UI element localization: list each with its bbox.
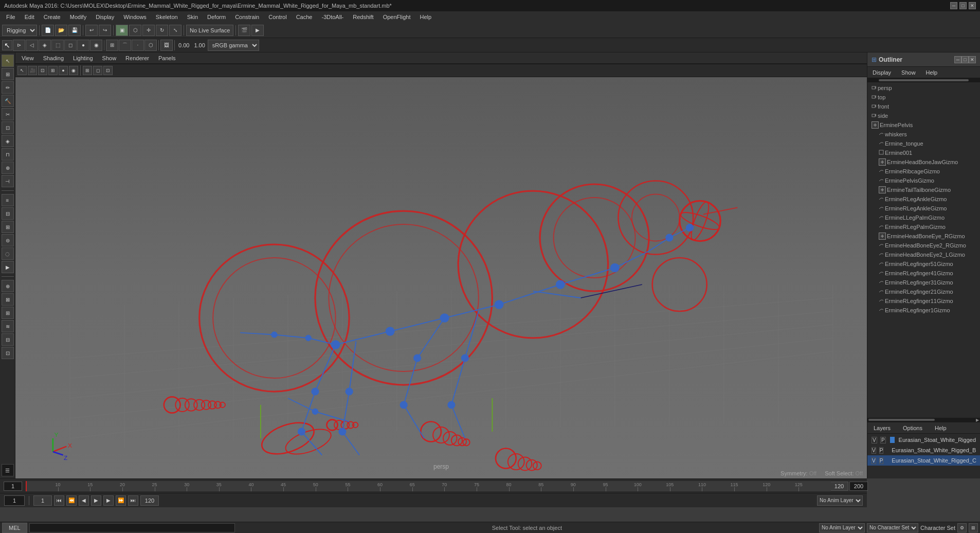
viewport-menu-show[interactable]: Show: [98, 54, 121, 62]
outliner-scroll-indicator[interactable]: [879, 79, 969, 81]
expand-icon-tail[interactable]: [879, 186, 886, 193]
vp-bookmark-btn[interactable]: ⊡: [38, 66, 47, 75]
layers-tab[interactable]: Layers: [872, 424, 893, 432]
menu-control[interactable]: Control: [264, 13, 291, 21]
move-btn[interactable]: ✛: [142, 25, 155, 36]
smooth-btn[interactable]: ●: [77, 40, 89, 51]
script-input[interactable]: [29, 523, 235, 532]
layer-v-2[interactable]: V: [872, 447, 876, 454]
sculpt-tool-side[interactable]: 🔨: [2, 95, 14, 107]
menu-redshift[interactable]: Redshift: [349, 13, 377, 21]
layer-editor-side[interactable]: ⊞: [2, 221, 14, 233]
extrude-tool-side[interactable]: ⊡: [2, 121, 14, 134]
tree-item-eye2-r[interactable]: ErmineHeadBoneEye2_RGizmo: [867, 241, 980, 250]
tree-item-jawgizmo[interactable]: ErmineHeadBoneJawGizmo: [867, 157, 980, 167]
tree-item-rfinger31[interactable]: ErmineRLegfinger31Gizmo: [867, 278, 980, 287]
viewport-menu-panels[interactable]: Panels: [154, 54, 180, 62]
tree-item-eye-r[interactable]: ErmineHeadBoneEye_RGizmo: [867, 232, 980, 241]
tool3-side[interactable]: ⊞: [2, 307, 14, 319]
combine-tool-side[interactable]: ⊕: [2, 162, 14, 174]
next-key-btn[interactable]: ⏩: [116, 495, 126, 506]
gamma-dropdown[interactable]: sRGB gamma: [208, 40, 259, 51]
statusbar-btn1[interactable]: ⚙: [957, 523, 967, 532]
tree-item-ermineipelvis[interactable]: ErminePelvis: [867, 120, 980, 130]
tree-item-eye2-l[interactable]: ErmineHeadBoneEye2_LGizmo: [867, 250, 980, 259]
vp-xray-btn[interactable]: ◉: [69, 66, 78, 75]
outliner-scrollbar-h[interactable]: ▶: [867, 418, 980, 422]
tree-item-persp[interactable]: persp: [867, 83, 980, 93]
close-button[interactable]: ✕: [969, 2, 976, 9]
render-setup-side[interactable]: ▶: [2, 261, 14, 273]
menu-openflight[interactable]: OpenFlight: [379, 13, 415, 21]
tree-item-front[interactable]: front: [867, 102, 980, 111]
step-back-btn[interactable]: ◀: [79, 495, 89, 506]
render-btn[interactable]: 🎬: [238, 25, 250, 36]
walk-tool-btn[interactable]: ⊳: [13, 40, 25, 51]
lasso-tool-side[interactable]: ⊞: [2, 68, 14, 80]
timeline[interactable]: 5 10 15 20 25 30 35 40 45 50 55 60 65: [0, 478, 867, 493]
tool6-side[interactable]: ⊡: [2, 347, 14, 359]
tree-item-pelvisgizmo[interactable]: ErminePelvisGizmo: [867, 176, 980, 185]
viewport-menu-lighting[interactable]: Lighting: [69, 54, 97, 62]
tree-item-tongue[interactable]: Ermine_tongue: [867, 139, 980, 148]
menu-deform[interactable]: Deform: [203, 13, 230, 21]
menu-file[interactable]: File: [2, 13, 20, 21]
scale-btn[interactable]: ⤡: [169, 25, 182, 36]
layers-help-tab[interactable]: Help: [933, 424, 949, 432]
tree-item-top[interactable]: top: [867, 93, 980, 102]
menu-edit[interactable]: Edit: [21, 13, 39, 21]
snap-surface-btn[interactable]: ⬡: [144, 40, 157, 51]
cam-tool-btn[interactable]: ◈: [39, 40, 51, 51]
outliner-close-btn[interactable]: ✕: [969, 56, 976, 63]
no-live-surface-btn[interactable]: No Live Surface: [186, 25, 233, 36]
tree-item-rfinger11[interactable]: ErmineRLegfinger11Gizmo: [867, 296, 980, 306]
vp-smooth-btn[interactable]: ●: [59, 66, 68, 75]
range-start-input[interactable]: [33, 495, 52, 506]
layer-p-3[interactable]: P: [879, 457, 884, 464]
bevel-tool-side[interactable]: ◈: [2, 135, 14, 147]
expand-icon-eye-r[interactable]: [879, 233, 886, 240]
hypershade-side[interactable]: ◌: [2, 247, 14, 260]
tree-item-whiskers[interactable]: whiskers: [867, 130, 980, 139]
outliner-tab-display[interactable]: Display: [869, 68, 894, 77]
vp-grid-btn[interactable]: ⊞: [83, 66, 92, 75]
render-view-btn[interactable]: 🖼: [160, 40, 173, 51]
snap-point-btn[interactable]: ·: [132, 40, 144, 51]
node-editor-side[interactable]: ⊜: [2, 234, 14, 246]
outliner-maximize-btn[interactable]: □: [961, 56, 969, 63]
outliner-tab-show[interactable]: Show: [898, 68, 919, 77]
mel-tab[interactable]: MEL: [2, 523, 27, 533]
prev-key-btn[interactable]: ⏪: [66, 495, 77, 506]
viewport-3d[interactable]: X Y Z persp Symmetry: Off Soft Select: O…: [15, 77, 867, 478]
tree-item-rpalm[interactable]: ErmineRLegPalmGizmo: [867, 222, 980, 232]
layer-item-3[interactable]: V P Eurasian_Stoat_White_Rigged_C: [867, 455, 980, 466]
expand-icon-pelvis[interactable]: [872, 121, 879, 129]
layer-v-3[interactable]: V: [872, 457, 876, 464]
tree-item-rankle[interactable]: ErmineRLegAnkleGizmo: [867, 194, 980, 204]
tree-item-ermine001[interactable]: Ermine001: [867, 148, 980, 157]
menu-help[interactable]: Help: [415, 13, 435, 21]
tree-item-tailgizmo[interactable]: ErmineTailTailboneGizmo: [867, 185, 980, 194]
tool7-side[interactable]: ☰: [2, 464, 14, 476]
save-scene-btn[interactable]: 💾: [68, 25, 81, 36]
xray-btn[interactable]: ◉: [90, 40, 102, 51]
tree-item-rfinger1[interactable]: ErmineRLegfinger1Gizmo: [867, 306, 980, 315]
statusbar-btn2[interactable]: ⊞: [969, 523, 978, 532]
tree-item-rfinger51[interactable]: ErmineRLegfinger51Gizmo: [867, 259, 980, 269]
new-scene-btn[interactable]: 📄: [42, 25, 54, 36]
timeline-range-end-input[interactable]: [849, 482, 868, 491]
tool5-side[interactable]: ⊟: [2, 333, 14, 346]
outliner-tab-help[interactable]: Help: [923, 68, 941, 77]
mirror-tool-side[interactable]: ⊣: [2, 175, 14, 187]
redo-btn[interactable]: ↪: [99, 25, 111, 36]
menu-windows[interactable]: Windows: [119, 13, 151, 21]
tool2-side[interactable]: ⊠: [2, 293, 14, 306]
options-tab[interactable]: Options: [901, 424, 924, 432]
tree-item-rfinger41[interactable]: ErmineRLegfinger41Gizmo: [867, 269, 980, 278]
vp-wireframe-btn[interactable]: ⊞: [48, 66, 58, 75]
tool1-side[interactable]: ⊕: [2, 280, 14, 292]
timeline-end-input[interactable]: [830, 482, 848, 491]
channel-box-side[interactable]: ⊟: [2, 207, 14, 220]
step-fwd-btn[interactable]: ▶: [103, 495, 114, 506]
play-btn[interactable]: ▶: [91, 495, 101, 506]
